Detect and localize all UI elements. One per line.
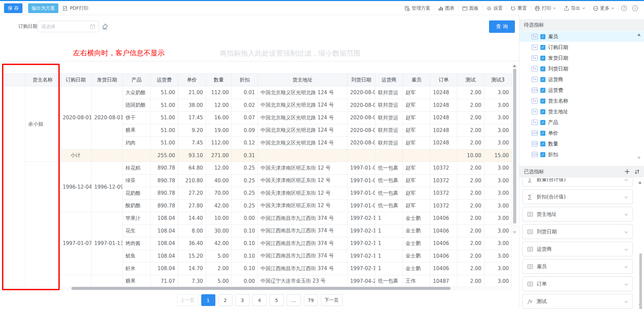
selected-metric-chip[interactable]: 运货商 bbox=[522, 242, 633, 256]
column-header[interactable]: 测试3 bbox=[484, 74, 512, 86]
table-cell: 中国北京顺义区光明北路 124 号 bbox=[258, 99, 347, 112]
panel-button[interactable]: 面板 bbox=[459, 5, 482, 11]
metric-checkbox[interactable]: ✓ bbox=[540, 99, 545, 104]
table-cell: 0.01 bbox=[232, 86, 258, 99]
pending-metric-item[interactable]: 123✓折扣 bbox=[519, 149, 644, 160]
metric-checkbox[interactable]: ✓ bbox=[540, 131, 545, 136]
page-button[interactable]: 3 bbox=[235, 294, 250, 306]
selected-metric-chip[interactable]: 到货日期 bbox=[522, 224, 633, 239]
order-date-input[interactable] bbox=[38, 21, 99, 32]
chevron-down-icon[interactable] bbox=[624, 263, 628, 270]
vertical-scrollbar[interactable] bbox=[512, 63, 517, 235]
pending-metric-item[interactable]: T≡✓雇员 bbox=[519, 31, 644, 42]
column-header[interactable]: 折扣 bbox=[232, 74, 258, 86]
table-cell: 10372 bbox=[430, 162, 457, 175]
next-page-button[interactable]: 下一页 bbox=[321, 294, 342, 306]
pending-metric-item[interactable]: 123✓运货费 bbox=[519, 85, 644, 96]
column-header[interactable]: 数量 bbox=[206, 74, 232, 86]
chevron-down-icon[interactable] bbox=[624, 281, 628, 287]
column-header[interactable]: 发货日期 bbox=[92, 74, 123, 86]
export-plan-button[interactable]: 输出为方案 bbox=[28, 3, 58, 13]
column-header[interactable]: 雇员 bbox=[403, 74, 430, 86]
column-header[interactable]: 货主名称 bbox=[25, 74, 60, 86]
scroll-down-icon[interactable] bbox=[637, 157, 641, 159]
sort-metrics-icon[interactable] bbox=[634, 169, 640, 175]
pending-metric-item[interactable]: T≡✓到货日期 bbox=[519, 63, 644, 74]
metric-checkbox[interactable]: ✓ bbox=[540, 77, 545, 82]
reset-button[interactable]: 重置 bbox=[507, 5, 531, 11]
selected-metric-chip[interactable]: ∑折扣(合计值) bbox=[522, 189, 633, 204]
eraser-icon[interactable] bbox=[102, 23, 108, 29]
column-header[interactable]: 产品 bbox=[123, 74, 151, 86]
column-header[interactable]: 到货日期 bbox=[347, 74, 375, 86]
scroll-up-icon[interactable] bbox=[513, 65, 516, 67]
page-button[interactable]: 1 bbox=[201, 294, 215, 306]
pending-metric-item[interactable]: T≡✓货主名称 bbox=[519, 96, 644, 106]
column-header[interactable]: 测试 bbox=[457, 74, 484, 86]
chart-button[interactable]: 图表 bbox=[434, 5, 458, 11]
chevron-down-icon[interactable] bbox=[624, 211, 628, 218]
info-icon[interactable]: i bbox=[632, 5, 638, 11]
column-header[interactable]: 运货商 bbox=[375, 74, 403, 86]
pending-metric-item[interactable]: T≡✓发货日期 bbox=[519, 53, 644, 63]
column-header[interactable]: 订购日期 bbox=[60, 74, 92, 86]
column-header[interactable]: 运货费 bbox=[151, 74, 178, 86]
prev-page-button[interactable]: 上一页 bbox=[177, 294, 198, 306]
scroll-down-icon[interactable] bbox=[638, 304, 642, 306]
pdf-print-button[interactable]: P PDF打印 bbox=[62, 3, 88, 13]
column-header[interactable]: 订单 bbox=[430, 74, 457, 86]
horizontal-scrollbar[interactable] bbox=[0, 286, 512, 290]
pending-metric-item[interactable]: T≡✓订购日期 bbox=[519, 42, 644, 53]
selected-metric-chip[interactable]: 货主地址 bbox=[522, 207, 633, 222]
page-button[interactable]: 5 bbox=[270, 294, 284, 306]
table-cell: 3.00 bbox=[484, 212, 512, 225]
selected-metric-chip[interactable]: 订单 bbox=[522, 276, 633, 291]
pending-metric-item[interactable]: T≡✓货主地址 bbox=[519, 106, 644, 117]
selected-scroll-thumb[interactable] bbox=[639, 253, 642, 309]
vertical-scroll-thumb[interactable] bbox=[513, 69, 516, 224]
pending-metric-item[interactable]: 123✓数量 bbox=[519, 138, 644, 149]
metric-checkbox[interactable]: ✓ bbox=[540, 109, 545, 114]
metric-checkbox[interactable]: ✓ bbox=[540, 141, 545, 146]
scroll-up-icon[interactable] bbox=[637, 34, 641, 36]
ship-date-cell bbox=[92, 275, 123, 288]
metric-checkbox[interactable]: ✓ bbox=[540, 88, 545, 93]
metric-checkbox[interactable]: ✓ bbox=[540, 56, 545, 61]
metric-checkbox[interactable]: ✓ bbox=[540, 34, 545, 39]
pending-metric-item[interactable]: T≡✓运货商 bbox=[519, 74, 644, 85]
selected-metric-chip[interactable]: ƒx测试 bbox=[522, 294, 633, 309]
selected-metric-chip[interactable]: ∑数量(合计值) bbox=[522, 178, 633, 187]
chevron-down-icon[interactable] bbox=[624, 246, 628, 252]
page-button[interactable]: 79 bbox=[304, 294, 318, 306]
column-header[interactable]: 单价 bbox=[178, 74, 206, 86]
selected-scrollbar[interactable] bbox=[639, 181, 642, 307]
more-button[interactable]: 更多 bbox=[589, 5, 618, 11]
metric-checkbox[interactable]: ✓ bbox=[540, 120, 545, 125]
print-button[interactable]: 打印 bbox=[531, 5, 560, 11]
add-metric-icon[interactable] bbox=[624, 169, 630, 175]
page-button[interactable]: ... bbox=[287, 294, 301, 306]
chevron-down-icon[interactable] bbox=[624, 229, 628, 235]
page-button[interactable]: 4 bbox=[253, 294, 267, 306]
search-button[interactable]: 查 询 bbox=[489, 20, 515, 33]
help-icon[interactable]: ? bbox=[621, 5, 627, 11]
selected-metric-chip[interactable]: 雇员 bbox=[522, 259, 633, 274]
metric-checkbox[interactable]: ✓ bbox=[540, 66, 545, 71]
chevron-down-icon[interactable] bbox=[624, 178, 628, 183]
metric-checkbox[interactable]: ✓ bbox=[540, 152, 545, 157]
export-button[interactable]: 导出 bbox=[560, 5, 589, 11]
column-header[interactable]: 货主地址 bbox=[258, 74, 347, 86]
manage-plan-button[interactable]: 管理方案 bbox=[401, 5, 434, 11]
horizontal-scroll-thumb[interactable] bbox=[71, 287, 450, 290]
scroll-down-icon[interactable] bbox=[513, 231, 516, 234]
save-button[interactable]: 保 存 bbox=[4, 3, 22, 13]
pending-metric-item[interactable]: 123✓单价 bbox=[519, 128, 644, 138]
chevron-down-icon[interactable] bbox=[624, 298, 628, 305]
page-button[interactable]: 2 bbox=[218, 294, 232, 306]
table-cell: 中国江西南昌市九江西街 374 号 bbox=[258, 250, 347, 262]
column-header[interactable] bbox=[3, 74, 25, 86]
chevron-down-icon[interactable] bbox=[624, 194, 628, 200]
pending-metric-item[interactable]: T≡✓产品 bbox=[519, 117, 644, 128]
settings-button[interactable]: 设置 bbox=[483, 5, 506, 11]
metric-checkbox[interactable]: ✓ bbox=[540, 45, 545, 50]
